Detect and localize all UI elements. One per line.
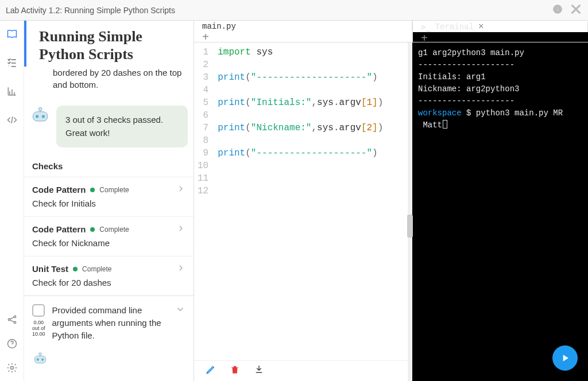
status-dot-icon: [90, 188, 95, 192]
instructions-heading: Running Simple Python Scripts: [24, 21, 194, 67]
trash-icon[interactable]: [230, 364, 240, 378]
status-dot-icon: [73, 267, 78, 271]
terminal-pane[interactable]: g1 arg2python3 main.py -----------------…: [412, 42, 588, 381]
chevron-right-icon: [176, 263, 185, 274]
run-button[interactable]: [552, 345, 578, 371]
check-status: Complete: [99, 226, 129, 234]
barchart-icon[interactable]: [6, 85, 18, 98]
tab-file[interactable]: main.py: [194, 21, 412, 31]
terminal-output[interactable]: g1 arg2python3 main.py -----------------…: [412, 42, 588, 381]
iconbar: [0, 21, 24, 381]
download-icon[interactable]: [254, 364, 264, 378]
check-status: Complete: [99, 186, 129, 194]
status-dot-icon: [90, 227, 95, 232]
share-icon[interactable]: [6, 313, 18, 326]
svg-rect-18: [256, 372, 262, 374]
chevron-down-icon[interactable]: [175, 304, 185, 316]
svg-point-9: [36, 115, 38, 118]
lab-title: Lab Activity 1.2: Running Simple Python …: [6, 6, 175, 15]
bot-avatar-icon: [30, 106, 51, 126]
checks-header: Checks: [24, 158, 194, 177]
topbar-actions: [552, 3, 582, 17]
instructions-intro: bordered by 20 dashes on the top and bot…: [53, 67, 183, 91]
settings-icon[interactable]: [6, 361, 18, 374]
svg-rect-2: [557, 7, 558, 8]
code-lines[interactable]: import sys print("--------------------")…: [213, 42, 383, 360]
task-text: Provided command line arguments when run…: [52, 304, 168, 341]
help-icon[interactable]: [6, 337, 18, 350]
code-editor[interactable]: 123456789101112 import sys print("------…: [194, 42, 408, 381]
task-card: 0.00 out of 10.00 Provided command line …: [24, 296, 194, 348]
svg-point-4: [14, 316, 16, 317]
svg-point-3: [8, 318, 10, 320]
line-gutter: 123456789101112: [194, 42, 213, 360]
feedback-row: 3 out of 3 checks passed. Great work!: [30, 106, 188, 147]
edit-icon[interactable]: [206, 364, 216, 378]
svg-point-10: [42, 115, 45, 118]
svg-rect-11: [38, 108, 41, 111]
task-score: 0.00 out of 10.00: [32, 320, 45, 337]
tab-terminal[interactable]: >_ Terminal ×: [413, 21, 588, 32]
bot-footer: [24, 349, 194, 370]
topbar: Lab Activity 1.2: Running Simple Python …: [0, 0, 588, 21]
add-terminal-button[interactable]: +: [413, 32, 436, 42]
feedback-bubble: 3 out of 3 checks passed. Great work!: [56, 106, 188, 147]
task-checkbox[interactable]: [32, 304, 45, 317]
close-tab-icon[interactable]: ×: [478, 22, 484, 32]
check-label: Check for Initials: [32, 199, 185, 208]
check-type: Code Pattern: [32, 185, 86, 195]
close-icon[interactable]: [570, 3, 582, 17]
svg-point-15: [41, 358, 44, 360]
workarea: main.py + >_ Terminal × + 12345678910111…: [194, 21, 588, 381]
check-status: Complete: [82, 265, 111, 273]
editor-toolbar: [194, 360, 408, 381]
svg-rect-8: [33, 112, 47, 121]
svg-point-5: [14, 321, 16, 323]
tabsbar: main.py + >_ Terminal × +: [194, 21, 588, 42]
chevron-right-icon: [176, 184, 185, 195]
check-item[interactable]: Code Pattern Complete Check for Initials: [24, 177, 194, 216]
svg-rect-1: [557, 9, 558, 11]
svg-rect-16: [39, 352, 41, 355]
book-icon[interactable]: [6, 28, 18, 40]
tab-label: main.py: [202, 22, 236, 31]
bot-avatar-icon: [32, 351, 48, 367]
vertical-splitter[interactable]: [408, 42, 412, 381]
terminal-icon: >_: [421, 22, 431, 32]
code-icon[interactable]: [6, 114, 18, 126]
info-icon[interactable]: [552, 4, 563, 16]
instructions-panel: Running Simple Python Scripts bordered b…: [24, 21, 194, 381]
svg-point-7: [10, 367, 13, 370]
check-type: Unit Test: [32, 264, 68, 274]
svg-point-14: [37, 358, 39, 360]
chevron-right-icon: [176, 224, 185, 235]
check-label: Check for 20 dashes: [32, 278, 185, 287]
terminal-cursor: [443, 120, 447, 129]
check-item[interactable]: Unit Test Complete Check for 20 dashes: [24, 256, 194, 296]
check-label: Check for Nickname: [32, 238, 185, 248]
tab-label: Terminal: [435, 22, 474, 32]
check-type: Code Pattern: [32, 224, 86, 234]
add-tab-button[interactable]: +: [194, 31, 217, 42]
svg-rect-13: [34, 356, 46, 363]
checklist-icon[interactable]: [6, 56, 18, 69]
check-item[interactable]: Code Pattern Complete Check for Nickname: [24, 216, 194, 256]
